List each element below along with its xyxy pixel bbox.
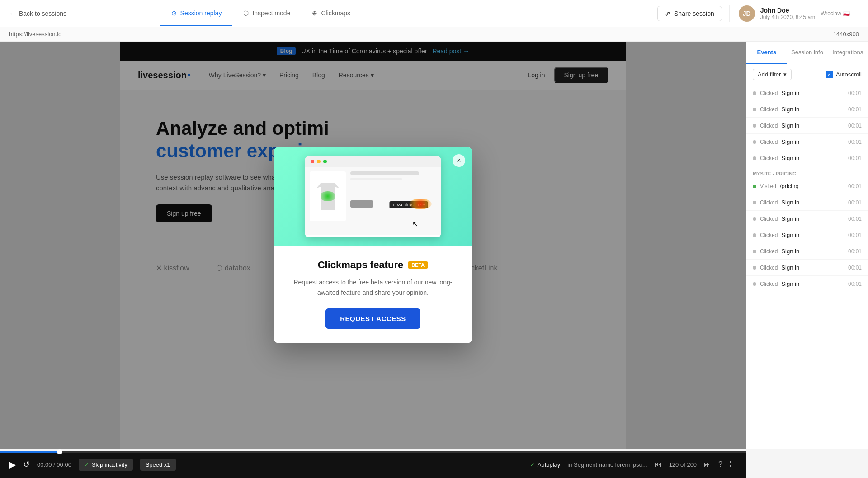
flag-icon: 🇵🇱 (843, 10, 850, 17)
heat-spot-red (409, 199, 432, 209)
skip-inactivity-button[interactable]: ✓ Skip inactivity (79, 459, 133, 471)
segment-label: in Segment name lorem ipsu... (567, 461, 647, 468)
request-access-button[interactable]: REQUEST ACCESS (326, 308, 420, 329)
tab-inspect-mode[interactable]: ⬡ Inspect mode (232, 1, 301, 26)
tab-session-info[interactable]: Session info (787, 42, 828, 64)
modal-image-area: 1 024 clicks - 15% ↖ (274, 147, 472, 246)
browser-dot-yellow (317, 160, 321, 163)
event-dot-icon (753, 140, 756, 144)
event-time: 00:01 (848, 199, 862, 206)
url-display: https://livesession.io (9, 31, 61, 38)
next-session-button[interactable]: ⏭ (704, 460, 711, 469)
event-time: 00:01 (848, 155, 862, 161)
heatmap-button-mock (350, 200, 373, 208)
heatmap-product-image (310, 171, 346, 221)
autoscroll-checkbox[interactable] (826, 71, 833, 78)
event-label: Sign in (781, 138, 799, 145)
replay-area: Blog UX in the Time of Coronavirus + spe… (0, 42, 746, 449)
inspect-icon: ⬡ (243, 9, 249, 17)
autoscroll-toggle[interactable]: Autoscroll (826, 71, 862, 78)
tab-integrations[interactable]: Integrations (827, 42, 868, 64)
heatmap-subtitle-bar (350, 178, 402, 180)
bottom-control-bar: ▶ ↺ 00:00 / 00:00 ✓ Skip inactivity Spee… (0, 451, 746, 478)
tab-session-replay[interactable]: ⊙ Session replay (160, 1, 233, 26)
heatmap-product-info: 1 024 clicks - 15% ↖ (350, 171, 436, 230)
mini-browser-content: 1 024 clicks - 15% ↖ (305, 167, 441, 235)
event-action: Clicked (760, 216, 778, 222)
event-label: Sign in (781, 106, 799, 113)
event-dot-icon (753, 201, 756, 204)
heat-spot-green (320, 191, 336, 201)
event-label: Sign in (781, 248, 799, 255)
url-bar: https://livesession.io 1440x900 (0, 27, 868, 42)
list-item: Clicked Sign in 00:01 (746, 194, 868, 211)
heatmap-preview: 1 024 clicks - 15% ↖ (310, 171, 436, 230)
event-dot-icon (753, 217, 756, 221)
event-time: 00:01 (848, 248, 862, 255)
event-time: 00:01 (848, 90, 862, 96)
event-label: Sign in (781, 280, 799, 287)
right-panel-tabs: Events Session info Integrations (746, 42, 868, 64)
event-label: Sign in (781, 264, 799, 271)
user-info: JD John Doe July 4th 2020, 8:45 am Wrocl… (729, 5, 859, 22)
event-action: Clicked (760, 90, 778, 96)
back-to-sessions-button[interactable]: ← Back to sessions (9, 10, 66, 17)
event-time: 00:01 (848, 265, 862, 271)
modal-title: Clickmaps feature BETA (288, 259, 458, 271)
heatmap-title-bar (350, 171, 419, 175)
autoplay-button[interactable]: ✓ Autoplay (530, 461, 561, 468)
share-session-button[interactable]: ⇗ Share session (657, 6, 722, 21)
mini-browser-bar (305, 156, 441, 167)
event-dot-icon (753, 250, 756, 253)
event-action: Clicked (760, 123, 778, 129)
nav-tabs: ⊙ Session replay ⬡ Inspect mode ⊕ Clickm… (160, 1, 361, 26)
event-label: Sign in (781, 122, 799, 129)
list-item: Clicked Sign in 00:01 (746, 150, 868, 166)
progress-thumb[interactable] (57, 449, 62, 454)
event-label: Sign in (781, 232, 799, 238)
help-button[interactable]: ? (718, 460, 722, 469)
event-dot-icon (753, 233, 756, 237)
tab-events[interactable]: Events (746, 42, 787, 64)
event-label: Sign in (781, 199, 799, 206)
session-replay-icon: ⊙ (171, 9, 177, 17)
time-display: 00:00 / 00:00 (37, 461, 71, 468)
back-label: Back to sessions (19, 10, 66, 17)
prev-session-button[interactable]: ⏮ (655, 460, 662, 469)
event-dot-icon (753, 124, 756, 128)
check-icon: ✓ (84, 461, 89, 468)
top-navigation: ← Back to sessions ⊙ Session replay ⬡ In… (0, 0, 868, 27)
tab-clickmaps[interactable]: ⊕ Clickmaps (301, 1, 361, 26)
event-action: Clicked (760, 106, 778, 113)
event-action: Visited (760, 183, 776, 189)
event-action: Clicked (760, 139, 778, 145)
fullscreen-button[interactable]: ⛶ (730, 460, 737, 469)
event-dot-icon (753, 185, 756, 188)
modal-overlay: × (120, 42, 626, 449)
cursor-icon: ↖ (412, 220, 418, 228)
share-icon: ⇗ (665, 10, 670, 17)
add-filter-button[interactable]: Add filter ▾ (753, 69, 792, 80)
modal-description: Request access to the free beta version … (288, 277, 458, 298)
modal-close-button[interactable]: × (453, 154, 465, 167)
list-item: Clicked Sign in 00:01 (746, 260, 868, 276)
event-action: Clicked (760, 232, 778, 238)
list-item: Clicked Sign in 00:01 (746, 85, 868, 101)
play-button[interactable]: ▶ (9, 459, 16, 470)
mini-browser-preview: 1 024 clicks - 15% ↖ (305, 156, 441, 237)
speed-button[interactable]: Speed x1 (140, 459, 176, 471)
bottom-right-controls: ✓ Autoplay in Segment name lorem ipsu...… (530, 460, 737, 469)
main-layout: Blog UX in the Time of Coronavirus + spe… (0, 42, 868, 449)
event-label: /pricing (780, 183, 799, 189)
website-preview: Blog UX in the Time of Coronavirus + spe… (120, 42, 626, 449)
modal-dialog: × (274, 147, 472, 343)
user-date: July 4th 2020, 8:45 am (760, 14, 815, 20)
event-label: Sign in (781, 215, 799, 222)
event-action: Clicked (760, 281, 778, 287)
browser-dot-red (311, 160, 314, 163)
progress-track[interactable] (0, 451, 746, 453)
list-item: Visited /pricing 00:01 (746, 178, 868, 194)
event-time: 00:01 (848, 232, 862, 238)
rewind-button[interactable]: ↺ (23, 459, 30, 469)
event-time: 00:01 (848, 139, 862, 145)
